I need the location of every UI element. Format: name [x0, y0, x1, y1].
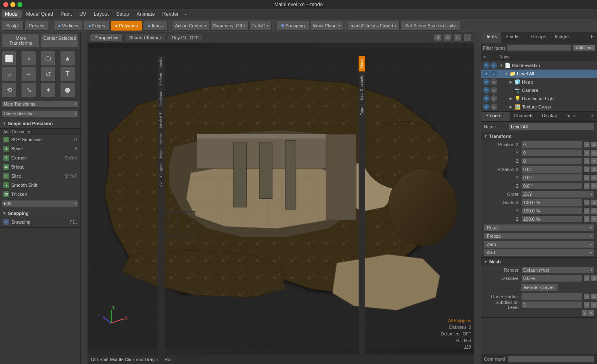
props-tab-lists[interactable]: Lists — [561, 112, 580, 121]
eye-dir-light[interactable]: 👁 — [483, 95, 490, 102]
rp-tab-add[interactable]: F — [587, 32, 597, 43]
tool-bevel[interactable]: ◈ Bevel B — [0, 144, 80, 153]
position-z-reset-btn[interactable]: ⊡ — [591, 158, 597, 164]
center-selected-dropdown[interactable]: Center Selected — [2, 110, 79, 117]
position-y-slider-btn[interactable]: ◁ — [583, 149, 590, 156]
vtab-uv[interactable]: UV — [158, 179, 165, 190]
scale-x-input[interactable] — [521, 199, 582, 206]
symmetry-dropdown[interactable]: Symmetry: Off — [210, 21, 249, 31]
mesh-section-header[interactable]: ▼ Mesh — [481, 258, 597, 266]
props-tab-channels[interactable]: Channels — [510, 112, 538, 121]
tool-paint[interactable]: ○ — [2, 67, 17, 82]
falloff-dropdown[interactable]: Falloff — [250, 21, 272, 31]
rotation-z-input[interactable] — [521, 182, 582, 190]
menu-add[interactable]: + — [183, 11, 189, 17]
position-x-reset-btn[interactable]: ⊡ — [591, 141, 597, 148]
center-selected-button[interactable]: Center Selected — [41, 34, 79, 47]
expand-mainlevel[interactable]: ▼ — [500, 63, 505, 67]
menu-render[interactable]: Render — [159, 10, 182, 18]
viewport-canvas[interactable]: X Y Z All Polygons Channels: 0 Deformers… — [87, 43, 474, 354]
rotation-y-input[interactable] — [521, 174, 582, 181]
snapping-tool-item[interactable]: ⊕ Snapping F11 — [0, 217, 80, 227]
tool-weight[interactable]: ⬣ — [60, 82, 75, 97]
eye-camera[interactable]: 👁 — [483, 87, 490, 94]
presets-button[interactable]: Presets — [24, 21, 49, 31]
scale-z-input[interactable] — [521, 215, 582, 223]
dissolve-slider-btn[interactable]: ◁ — [583, 275, 590, 282]
expand-heap[interactable]: ▶ — [510, 80, 514, 84]
tree-row-dir-light[interactable]: 👁 ● ▶ 💡 Directional Light — [481, 94, 597, 103]
position-x-slider-btn[interactable]: ◁ — [583, 141, 590, 148]
menu-layout[interactable]: Layout — [90, 10, 112, 18]
viewport-lock-button[interactable]: ⊙ — [444, 34, 452, 42]
snaps-section-header[interactable]: ▼ Snaps and Precision — [0, 119, 80, 128]
viewport-more-button[interactable]: … — [464, 34, 472, 42]
tool-wedge[interactable]: ▲ — [60, 51, 75, 66]
tool-text[interactable]: T — [60, 67, 75, 82]
rotation-y-slider-btn[interactable]: ◁ — [583, 174, 590, 181]
position-x-input[interactable] — [521, 141, 582, 148]
tool-smooth-shift[interactable]: ⬧ Smooth Shift — [0, 181, 80, 190]
props-tab-display[interactable]: Display — [538, 112, 561, 121]
menu-model[interactable]: Model — [2, 10, 22, 18]
position-z-slider-btn[interactable]: ◁ — [583, 158, 590, 164]
vtab-duplicate[interactable]: Duplicate — [158, 88, 165, 109]
eye-level-all[interactable]: 👁 — [483, 70, 490, 77]
rotation-y-reset-btn[interactable]: ⊡ — [591, 174, 597, 181]
render-curves-button[interactable]: Render Curves — [520, 284, 558, 291]
menu-setup[interactable]: Setup — [113, 10, 132, 18]
eye2-dir-light[interactable]: ● — [490, 95, 497, 102]
polygons-button[interactable]: ●Polygons — [111, 21, 143, 31]
freeze-dropdown[interactable]: Freeze — [484, 232, 595, 240]
rp-tab-items[interactable]: Items — [481, 32, 501, 43]
tool-bridge[interactable]: ⇌ Bridge — [0, 162, 80, 171]
filter-items-input[interactable] — [507, 45, 571, 51]
items-button[interactable]: ●Items — [143, 21, 167, 31]
dissolve-reset-btn[interactable]: ⊡ — [591, 275, 597, 282]
eye2-mainlevel[interactable]: ● — [490, 62, 497, 69]
eye2-level-all[interactable]: ● — [490, 70, 497, 77]
tool-attract[interactable]: ✦ — [41, 82, 56, 97]
expand-dir-light[interactable]: ▶ — [510, 96, 514, 101]
rotation-z-reset-btn[interactable]: ⊡ — [591, 183, 597, 189]
curve-radius-reset-btn[interactable]: ⊡ — [591, 293, 597, 300]
snapping-section-header[interactable]: ▼ Snapping — [0, 209, 80, 217]
menu-uv[interactable]: UV — [76, 10, 90, 18]
modo2unity-dropdown[interactable]: modo2Unity – Export — [348, 21, 400, 31]
scale-y-slider-btn[interactable]: ◁ — [583, 207, 590, 214]
scale-z-slider-btn[interactable]: ◁ — [583, 216, 590, 222]
scale-z-reset-btn[interactable]: ⊡ — [591, 216, 597, 222]
vp-tab-perspective[interactable]: Perspective — [90, 34, 123, 42]
vtab-mesh-edit[interactable]: Mesh Edit — [158, 108, 165, 130]
tool-sds-subdivide[interactable]: □ SDS Subdivide D — [0, 135, 80, 144]
subdivision-level-slider-btn[interactable]: ◁ — [583, 301, 590, 308]
tool-thicken[interactable]: ⬒ Thicken — [0, 190, 80, 199]
rotation-z-slider-btn[interactable]: ◁ — [583, 183, 590, 189]
tree-row-level-all[interactable]: 👁 ● ▼ 📁 Level All — [481, 70, 597, 78]
subdivision-level-input[interactable] — [521, 301, 582, 309]
scale-y-input[interactable] — [521, 207, 582, 215]
expand-level-all[interactable]: ▼ — [505, 72, 510, 76]
eye2-texture-group[interactable]: ● — [490, 104, 497, 110]
rp-tab-groups[interactable]: Groups — [527, 32, 551, 43]
add-dropdown[interactable]: Add — [484, 249, 595, 256]
add-geometry-header[interactable]: Add Geometry — [0, 129, 80, 135]
vtab-edge[interactable]: Edge — [158, 147, 165, 161]
work-plane-dropdown[interactable]: Work Plane — [310, 21, 343, 31]
vtab-polygon[interactable]: Polygon — [158, 161, 165, 180]
close-button[interactable] — [3, 2, 8, 7]
edges-button[interactable]: ●Edges — [84, 21, 110, 31]
tool-cube[interactable]: ⬡ — [41, 51, 56, 66]
edit-dropdown[interactable]: Edit — [2, 200, 79, 207]
rp-tab-images[interactable]: Images — [551, 32, 574, 43]
vp-tab-shaded-texture[interactable]: Shaded Texture — [124, 34, 165, 42]
curve-radius-slider-btn[interactable]: ◁ — [583, 293, 590, 300]
snapping-button[interactable]: ⊕Snapping — [276, 21, 310, 31]
set-scene-scale-button[interactable]: Set Scene Scale to Unity — [400, 21, 460, 31]
position-z-input[interactable] — [521, 157, 582, 165]
more-transforms-button[interactable]: More Transforms — [2, 34, 40, 47]
zero-dropdown[interactable]: Zero — [484, 241, 595, 248]
position-y-reset-btn[interactable]: ⊡ — [591, 149, 597, 156]
position-y-input[interactable] — [521, 149, 582, 157]
tree-row-mainlevel[interactable]: 👁 ● ▼ 📄 MainLevel.lxo — [481, 61, 597, 70]
